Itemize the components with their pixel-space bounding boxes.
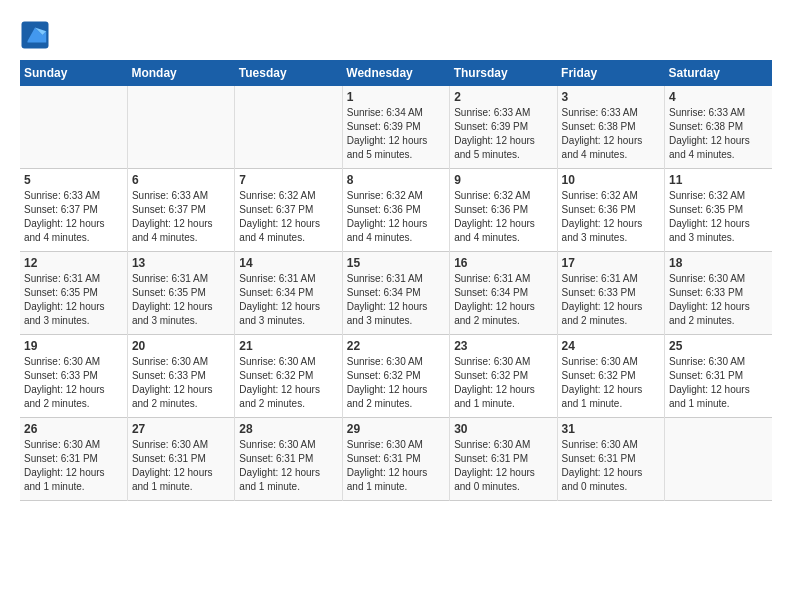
day-number: 12 — [24, 256, 123, 270]
calendar-cell: 5Sunrise: 6:33 AM Sunset: 6:37 PM Daylig… — [20, 169, 127, 252]
calendar-cell: 29Sunrise: 6:30 AM Sunset: 6:31 PM Dayli… — [342, 418, 449, 501]
calendar-cell: 27Sunrise: 6:30 AM Sunset: 6:31 PM Dayli… — [127, 418, 234, 501]
day-number: 30 — [454, 422, 552, 436]
calendar-cell: 18Sunrise: 6:30 AM Sunset: 6:33 PM Dayli… — [665, 252, 772, 335]
day-info: Sunrise: 6:30 AM Sunset: 6:31 PM Dayligh… — [24, 438, 123, 494]
day-info: Sunrise: 6:30 AM Sunset: 6:33 PM Dayligh… — [669, 272, 768, 328]
day-header-saturday: Saturday — [665, 60, 772, 86]
day-info: Sunrise: 6:32 AM Sunset: 6:37 PM Dayligh… — [239, 189, 337, 245]
day-number: 6 — [132, 173, 230, 187]
calendar-cell: 14Sunrise: 6:31 AM Sunset: 6:34 PM Dayli… — [235, 252, 342, 335]
day-number: 24 — [562, 339, 660, 353]
week-row-4: 19Sunrise: 6:30 AM Sunset: 6:33 PM Dayli… — [20, 335, 772, 418]
week-row-3: 12Sunrise: 6:31 AM Sunset: 6:35 PM Dayli… — [20, 252, 772, 335]
day-header-thursday: Thursday — [450, 60, 557, 86]
day-info: Sunrise: 6:32 AM Sunset: 6:35 PM Dayligh… — [669, 189, 768, 245]
day-number: 11 — [669, 173, 768, 187]
calendar-cell: 21Sunrise: 6:30 AM Sunset: 6:32 PM Dayli… — [235, 335, 342, 418]
day-info: Sunrise: 6:30 AM Sunset: 6:31 PM Dayligh… — [669, 355, 768, 411]
day-info: Sunrise: 6:33 AM Sunset: 6:37 PM Dayligh… — [132, 189, 230, 245]
calendar-cell: 9Sunrise: 6:32 AM Sunset: 6:36 PM Daylig… — [450, 169, 557, 252]
week-row-1: 1Sunrise: 6:34 AM Sunset: 6:39 PM Daylig… — [20, 86, 772, 169]
day-info: Sunrise: 6:33 AM Sunset: 6:38 PM Dayligh… — [669, 106, 768, 162]
page-header — [20, 20, 772, 50]
day-number: 19 — [24, 339, 123, 353]
day-header-monday: Monday — [127, 60, 234, 86]
day-number: 18 — [669, 256, 768, 270]
day-number: 9 — [454, 173, 552, 187]
day-number: 1 — [347, 90, 445, 104]
calendar-cell: 30Sunrise: 6:30 AM Sunset: 6:31 PM Dayli… — [450, 418, 557, 501]
day-info: Sunrise: 6:30 AM Sunset: 6:32 PM Dayligh… — [454, 355, 552, 411]
day-info: Sunrise: 6:30 AM Sunset: 6:33 PM Dayligh… — [132, 355, 230, 411]
day-number: 8 — [347, 173, 445, 187]
calendar-cell: 31Sunrise: 6:30 AM Sunset: 6:31 PM Dayli… — [557, 418, 664, 501]
calendar-cell: 10Sunrise: 6:32 AM Sunset: 6:36 PM Dayli… — [557, 169, 664, 252]
day-info: Sunrise: 6:31 AM Sunset: 6:35 PM Dayligh… — [132, 272, 230, 328]
calendar-cell: 25Sunrise: 6:30 AM Sunset: 6:31 PM Dayli… — [665, 335, 772, 418]
day-info: Sunrise: 6:30 AM Sunset: 6:32 PM Dayligh… — [562, 355, 660, 411]
calendar-cell — [127, 86, 234, 169]
calendar-cell: 1Sunrise: 6:34 AM Sunset: 6:39 PM Daylig… — [342, 86, 449, 169]
week-row-2: 5Sunrise: 6:33 AM Sunset: 6:37 PM Daylig… — [20, 169, 772, 252]
calendar-cell: 23Sunrise: 6:30 AM Sunset: 6:32 PM Dayli… — [450, 335, 557, 418]
calendar-cell: 13Sunrise: 6:31 AM Sunset: 6:35 PM Dayli… — [127, 252, 234, 335]
day-info: Sunrise: 6:33 AM Sunset: 6:38 PM Dayligh… — [562, 106, 660, 162]
header-row: SundayMondayTuesdayWednesdayThursdayFrid… — [20, 60, 772, 86]
day-number: 2 — [454, 90, 552, 104]
calendar-cell: 8Sunrise: 6:32 AM Sunset: 6:36 PM Daylig… — [342, 169, 449, 252]
day-number: 27 — [132, 422, 230, 436]
day-info: Sunrise: 6:31 AM Sunset: 6:35 PM Dayligh… — [24, 272, 123, 328]
day-info: Sunrise: 6:30 AM Sunset: 6:31 PM Dayligh… — [132, 438, 230, 494]
day-info: Sunrise: 6:30 AM Sunset: 6:33 PM Dayligh… — [24, 355, 123, 411]
day-info: Sunrise: 6:30 AM Sunset: 6:31 PM Dayligh… — [347, 438, 445, 494]
logo — [20, 20, 54, 50]
day-number: 15 — [347, 256, 445, 270]
day-info: Sunrise: 6:30 AM Sunset: 6:32 PM Dayligh… — [239, 355, 337, 411]
calendar-table: SundayMondayTuesdayWednesdayThursdayFrid… — [20, 60, 772, 501]
calendar-cell: 15Sunrise: 6:31 AM Sunset: 6:34 PM Dayli… — [342, 252, 449, 335]
day-number: 14 — [239, 256, 337, 270]
day-info: Sunrise: 6:31 AM Sunset: 6:33 PM Dayligh… — [562, 272, 660, 328]
calendar-cell: 4Sunrise: 6:33 AM Sunset: 6:38 PM Daylig… — [665, 86, 772, 169]
day-info: Sunrise: 6:31 AM Sunset: 6:34 PM Dayligh… — [454, 272, 552, 328]
calendar-cell — [665, 418, 772, 501]
calendar-cell: 28Sunrise: 6:30 AM Sunset: 6:31 PM Dayli… — [235, 418, 342, 501]
day-number: 10 — [562, 173, 660, 187]
day-info: Sunrise: 6:30 AM Sunset: 6:31 PM Dayligh… — [239, 438, 337, 494]
day-info: Sunrise: 6:32 AM Sunset: 6:36 PM Dayligh… — [454, 189, 552, 245]
day-header-sunday: Sunday — [20, 60, 127, 86]
day-info: Sunrise: 6:34 AM Sunset: 6:39 PM Dayligh… — [347, 106, 445, 162]
calendar-cell: 6Sunrise: 6:33 AM Sunset: 6:37 PM Daylig… — [127, 169, 234, 252]
day-number: 4 — [669, 90, 768, 104]
calendar-cell: 19Sunrise: 6:30 AM Sunset: 6:33 PM Dayli… — [20, 335, 127, 418]
calendar-cell — [20, 86, 127, 169]
day-number: 7 — [239, 173, 337, 187]
day-info: Sunrise: 6:33 AM Sunset: 6:39 PM Dayligh… — [454, 106, 552, 162]
day-info: Sunrise: 6:33 AM Sunset: 6:37 PM Dayligh… — [24, 189, 123, 245]
calendar-cell: 7Sunrise: 6:32 AM Sunset: 6:37 PM Daylig… — [235, 169, 342, 252]
day-info: Sunrise: 6:30 AM Sunset: 6:31 PM Dayligh… — [562, 438, 660, 494]
week-row-5: 26Sunrise: 6:30 AM Sunset: 6:31 PM Dayli… — [20, 418, 772, 501]
calendar-cell: 3Sunrise: 6:33 AM Sunset: 6:38 PM Daylig… — [557, 86, 664, 169]
day-number: 17 — [562, 256, 660, 270]
calendar-cell: 26Sunrise: 6:30 AM Sunset: 6:31 PM Dayli… — [20, 418, 127, 501]
day-info: Sunrise: 6:30 AM Sunset: 6:32 PM Dayligh… — [347, 355, 445, 411]
day-number: 3 — [562, 90, 660, 104]
day-number: 21 — [239, 339, 337, 353]
day-info: Sunrise: 6:30 AM Sunset: 6:31 PM Dayligh… — [454, 438, 552, 494]
day-number: 13 — [132, 256, 230, 270]
day-number: 26 — [24, 422, 123, 436]
day-number: 25 — [669, 339, 768, 353]
day-number: 5 — [24, 173, 123, 187]
day-info: Sunrise: 6:31 AM Sunset: 6:34 PM Dayligh… — [239, 272, 337, 328]
day-info: Sunrise: 6:32 AM Sunset: 6:36 PM Dayligh… — [562, 189, 660, 245]
day-number: 20 — [132, 339, 230, 353]
day-header-friday: Friday — [557, 60, 664, 86]
day-number: 22 — [347, 339, 445, 353]
calendar-cell: 2Sunrise: 6:33 AM Sunset: 6:39 PM Daylig… — [450, 86, 557, 169]
day-header-wednesday: Wednesday — [342, 60, 449, 86]
day-info: Sunrise: 6:32 AM Sunset: 6:36 PM Dayligh… — [347, 189, 445, 245]
calendar-cell — [235, 86, 342, 169]
calendar-cell: 22Sunrise: 6:30 AM Sunset: 6:32 PM Dayli… — [342, 335, 449, 418]
